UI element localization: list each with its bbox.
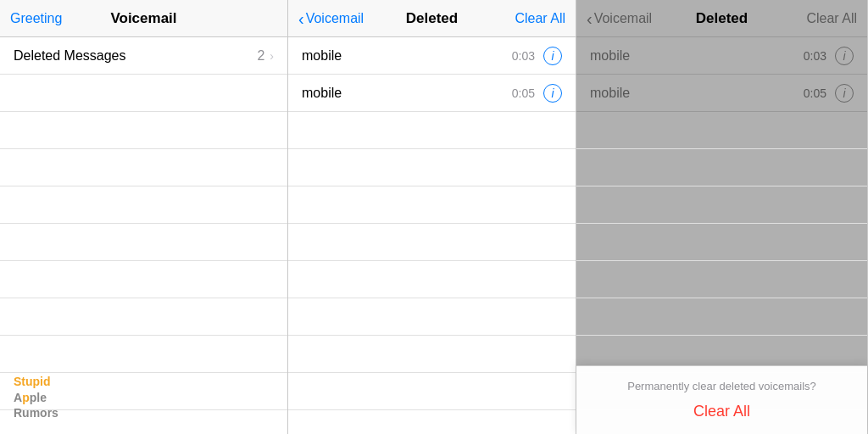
empty-row bbox=[0, 149, 287, 186]
empty-row bbox=[0, 298, 287, 336]
info-button-2[interactable]: i bbox=[543, 84, 562, 103]
back-label-3: Voicemail bbox=[594, 11, 652, 26]
clear-all-button-2[interactable]: Clear All bbox=[515, 11, 565, 26]
info-button-4: i bbox=[835, 84, 854, 103]
empty-row bbox=[576, 298, 867, 336]
empty-row bbox=[576, 112, 867, 149]
empty-row bbox=[0, 186, 287, 224]
empty-row bbox=[288, 186, 576, 224]
voicemail-label-2: mobile bbox=[302, 86, 512, 101]
action-sheet-message: Permanently clear deleted voicemails? bbox=[627, 380, 816, 392]
empty-row bbox=[288, 373, 576, 410]
back-button-2[interactable]: ‹ Voicemail bbox=[298, 10, 364, 27]
empty-row bbox=[288, 336, 576, 373]
nav-title-2: Deleted bbox=[406, 10, 458, 27]
voicemail-row-2[interactable]: mobile 0:05 i bbox=[288, 75, 576, 112]
voicemail-label-1: mobile bbox=[302, 48, 512, 64]
empty-row bbox=[576, 224, 867, 261]
watermark-rumors: Rumors bbox=[14, 406, 58, 420]
voicemail-row-3: mobile 0:03 i bbox=[576, 37, 867, 75]
info-button-1[interactable]: i bbox=[543, 47, 562, 65]
nav-bar-1: Greeting Voicemail bbox=[0, 0, 287, 37]
empty-row bbox=[0, 75, 287, 112]
info-button-3: i bbox=[835, 47, 854, 65]
panel-deleted-overlay: ‹ Voicemail Deleted Clear All mobile 0:0… bbox=[576, 0, 868, 434]
empty-row bbox=[288, 298, 576, 336]
voicemail-duration-4: 0:05 bbox=[804, 86, 826, 100]
watermark-apple: A bbox=[14, 391, 22, 404]
empty-row bbox=[576, 261, 867, 298]
empty-row bbox=[0, 224, 287, 261]
back-chevron-icon: ‹ bbox=[298, 10, 304, 27]
clear-all-confirm-button[interactable]: Clear All bbox=[693, 403, 750, 420]
back-chevron-icon-3: ‹ bbox=[587, 10, 593, 27]
deleted-messages-count: 2 bbox=[257, 48, 264, 64]
voicemail-duration-2: 0:05 bbox=[512, 86, 535, 100]
deleted-messages-label: Deleted Messages bbox=[14, 48, 257, 64]
back-button-3[interactable]: ‹ Voicemail bbox=[587, 10, 652, 27]
greeting-button[interactable]: Greeting bbox=[10, 11, 62, 26]
chevron-icon: › bbox=[270, 49, 274, 63]
voicemail-duration-3: 0:03 bbox=[804, 49, 826, 63]
nav-title-1: Voicemail bbox=[110, 10, 176, 27]
watermark-stupid: Stupid bbox=[14, 375, 51, 388]
voicemail-duration-1: 0:03 bbox=[512, 49, 535, 63]
empty-row bbox=[288, 224, 576, 261]
voicemail-label-3: mobile bbox=[590, 48, 804, 64]
action-sheet: Permanently clear deleted voicemails? Cl… bbox=[576, 365, 867, 434]
voicemail-row-1[interactable]: mobile 0:03 i bbox=[288, 37, 576, 75]
voicemail-row-4: mobile 0:05 i bbox=[576, 75, 867, 112]
empty-row bbox=[0, 336, 287, 373]
empty-row bbox=[576, 149, 867, 186]
empty-row bbox=[288, 149, 576, 186]
empty-row bbox=[288, 261, 576, 298]
nav-bar-3: ‹ Voicemail Deleted Clear All bbox=[576, 0, 867, 37]
empty-row bbox=[576, 186, 867, 224]
nav-title-3: Deleted bbox=[696, 10, 748, 27]
empty-row bbox=[0, 112, 287, 149]
deleted-messages-row[interactable]: Deleted Messages 2 › bbox=[0, 37, 287, 75]
empty-row bbox=[288, 112, 576, 149]
watermark: Stupid Apple Rumors bbox=[14, 374, 58, 420]
nav-bar-2: ‹ Voicemail Deleted Clear All bbox=[288, 0, 576, 37]
panel-deleted: ‹ Voicemail Deleted Clear All mobile 0:0… bbox=[288, 0, 576, 434]
panel-voicemail: Greeting Voicemail Deleted Messages 2 › … bbox=[0, 0, 288, 434]
clear-all-button-3[interactable]: Clear All bbox=[806, 11, 857, 26]
back-label-2: Voicemail bbox=[306, 11, 364, 26]
voicemail-label-4: mobile bbox=[590, 86, 804, 101]
empty-rows-2 bbox=[288, 112, 576, 434]
empty-row bbox=[0, 261, 287, 298]
